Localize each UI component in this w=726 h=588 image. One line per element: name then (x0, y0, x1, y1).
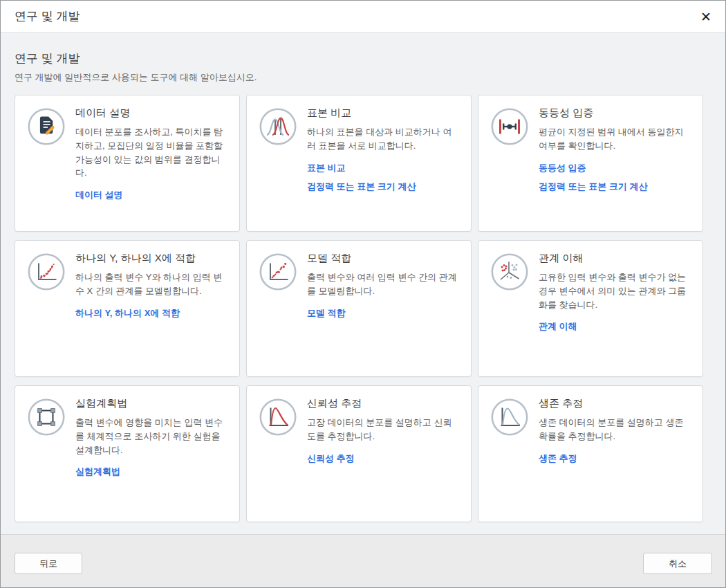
footer: 뒤로 취소 (1, 534, 725, 587)
link-power-sample-size[interactable]: 검정력 또는 표본 크기 계산 (307, 181, 460, 192)
card-links: 표본 비교 검정력 또는 표본 크기 계산 (307, 163, 460, 192)
doe-square-icon (27, 398, 66, 437)
link-estimate-survival[interactable]: 생존 추정 (539, 453, 691, 464)
titlebar: 연구 및 개발 ✕ (1, 1, 725, 33)
link-describe-data[interactable]: 데이터 설명 (75, 190, 228, 201)
card-prove-equivalence: 동등성 입증 평균이 지정된 범위 내에서 동일한지 여부를 확인합니다. 동등… (478, 95, 703, 232)
card-title: 실험계획법 (75, 397, 228, 410)
link-fit-model[interactable]: 모델 적합 (307, 308, 460, 319)
card-understand-relationships: 관계 이해 고유한 입력 변수와 출력 변수가 없는 경우 변수에서 의미 있는… (478, 240, 703, 377)
card-title: 생존 추정 (539, 397, 691, 410)
card-description: 출력 변수에 영향을 미치는 입력 변수를 체계적으로 조사하기 위한 실험을 … (75, 416, 228, 457)
link-prove-equivalence[interactable]: 동등성 입증 (539, 163, 691, 174)
link-doe[interactable]: 실험계획법 (75, 466, 228, 477)
card-description: 출력 변수와 여러 입력 변수 간의 관계를 모델링합니다. (307, 270, 460, 298)
card-links: 실험계획법 (75, 466, 228, 477)
document-pencil-icon (27, 107, 66, 146)
research-development-dialog: 연구 및 개발 ✕ 연구 및 개발 연구 개발에 일반적으로 사용되는 도구에 … (0, 0, 726, 588)
link-fit-one-y-one-x[interactable]: 하나의 Y, 하나의 X에 적합 (75, 308, 228, 319)
card-fit-model: 모델 적합 출력 변수와 여러 입력 변수 간의 관계를 모델링합니다. 모델 … (246, 240, 472, 377)
card-links: 관계 이해 (539, 321, 691, 332)
close-icon[interactable]: ✕ (695, 6, 717, 27)
3d-scatter-icon (490, 252, 529, 291)
card-title: 데이터 설명 (75, 107, 228, 120)
card-body: 동등성 입증 평균이 지정된 범위 내에서 동일한지 여부를 확인합니다. 동등… (539, 106, 691, 192)
card-body: 관계 이해 고유한 입력 변수와 출력 변수가 없는 경우 변수에서 의미 있는… (539, 251, 691, 332)
window-title: 연구 및 개발 (1, 8, 80, 24)
card-title: 모델 적합 (307, 252, 460, 265)
link-estimate-reliability[interactable]: 신뢰성 추정 (307, 453, 460, 464)
card-body: 하나의 Y, 하나의 X에 적합 하나의 출력 변수 Y와 하나의 입력 변수 … (75, 251, 228, 318)
page-title: 연구 및 개발 (15, 50, 711, 66)
card-links: 생존 추정 (539, 453, 691, 464)
card-title: 표본 비교 (307, 107, 460, 120)
back-button[interactable]: 뒤로 (15, 553, 82, 574)
card-doe: 실험계획법 출력 변수에 영향을 미치는 입력 변수를 체계적으로 조사하기 위… (15, 385, 240, 522)
page-subtitle: 연구 개발에 일반적으로 사용되는 도구에 대해 알아보십시오. (15, 71, 711, 84)
line-fit-scatter-icon (259, 252, 297, 291)
card-links: 데이터 설명 (75, 190, 228, 201)
card-description: 고장 데이터의 분포를 설명하고 신뢰도를 추정합니다. (307, 416, 460, 443)
card-title: 동등성 입증 (539, 107, 691, 120)
card-links: 모델 적합 (307, 308, 460, 319)
card-description: 데이터 분포를 조사하고, 특이치를 탐지하고, 모집단의 일정 비율을 포함할… (75, 125, 228, 180)
card-description: 생존 데이터의 분포를 설명하고 생존 확률을 추정합니다. (539, 416, 691, 443)
card-description: 하나의 표본을 대상과 비교하거나 여러 표본을 서로 비교합니다. (307, 125, 460, 153)
link-power-sample-size[interactable]: 검정력 또는 표본 크기 계산 (539, 181, 691, 192)
content-area: 연구 및 개발 연구 개발에 일반적으로 사용되는 도구에 대해 알아보십시오. (1, 33, 725, 534)
card-description: 하나의 출력 변수 Y와 하나의 입력 변수 X 간의 관계를 모델링합니다. (75, 270, 228, 298)
overlapping-distributions-icon (259, 107, 297, 146)
card-body: 생존 추정 생존 데이터의 분포를 설명하고 생존 확률을 추정합니다. 생존 … (539, 396, 691, 463)
card-estimate-reliability: 신뢰성 추정 고장 데이터의 분포를 설명하고 신뢰도를 추정합니다. 신뢰성 … (246, 385, 472, 522)
card-links: 신뢰성 추정 (307, 453, 460, 464)
card-compare-samples: 표본 비교 하나의 표본을 대상과 비교하거나 여러 표본을 서로 비교합니다.… (246, 95, 472, 232)
cancel-button[interactable]: 취소 (643, 553, 712, 574)
equivalence-interval-icon (490, 107, 529, 146)
card-body: 신뢰성 추정 고장 데이터의 분포를 설명하고 신뢰도를 추정합니다. 신뢰성 … (307, 396, 460, 463)
survival-distribution-icon (490, 398, 529, 437)
card-describe-data: 데이터 설명 데이터 분포를 조사하고, 특이치를 탐지하고, 모집단의 일정 … (15, 95, 240, 232)
link-compare-samples[interactable]: 표본 비교 (307, 163, 460, 174)
card-body: 표본 비교 하나의 표본을 대상과 비교하거나 여러 표본을 서로 비교합니다.… (307, 106, 460, 192)
card-title: 관계 이해 (539, 252, 691, 265)
card-estimate-survival: 생존 추정 생존 데이터의 분포를 설명하고 생존 확률을 추정합니다. 생존 … (478, 385, 703, 522)
failure-distribution-icon (259, 398, 297, 437)
card-title: 하나의 Y, 하나의 X에 적합 (75, 252, 228, 265)
curve-fit-scatter-icon (27, 252, 66, 291)
card-title: 신뢰성 추정 (307, 397, 460, 410)
card-body: 데이터 설명 데이터 분포를 조사하고, 특이치를 탐지하고, 모집단의 일정 … (75, 106, 228, 201)
card-description: 평균이 지정된 범위 내에서 동일한지 여부를 확인합니다. (539, 125, 691, 153)
tool-cards-grid: 데이터 설명 데이터 분포를 조사하고, 특이치를 탐지하고, 모집단의 일정 … (15, 95, 711, 522)
card-body: 모델 적합 출력 변수와 여러 입력 변수 간의 관계를 모델링합니다. 모델 … (307, 251, 460, 318)
card-body: 실험계획법 출력 변수에 영향을 미치는 입력 변수를 체계적으로 조사하기 위… (75, 396, 228, 477)
card-links: 동등성 입증 검정력 또는 표본 크기 계산 (539, 163, 691, 192)
card-fit-one-y-one-x: 하나의 Y, 하나의 X에 적합 하나의 출력 변수 Y와 하나의 입력 변수 … (15, 240, 240, 377)
card-description: 고유한 입력 변수와 출력 변수가 없는 경우 변수에서 의미 있는 관계와 그… (539, 270, 691, 311)
card-links: 하나의 Y, 하나의 X에 적합 (75, 308, 228, 319)
link-understand-relationships[interactable]: 관계 이해 (539, 321, 691, 332)
